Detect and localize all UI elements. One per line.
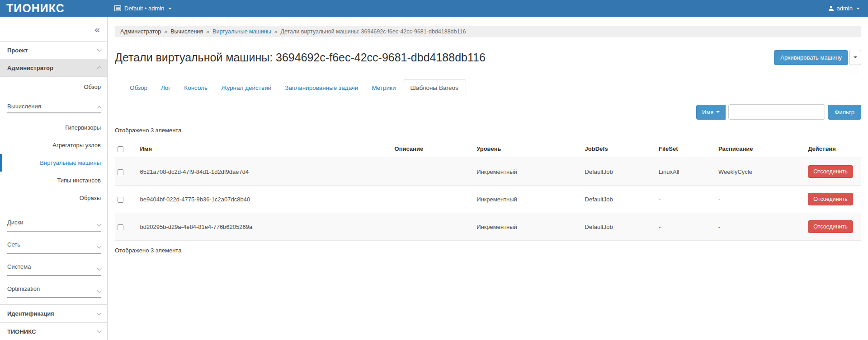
column-header-description: Описание (392, 140, 474, 158)
sidebar-item-flavors[interactable]: Типы инстансов (0, 172, 107, 189)
cell-fileset: - (656, 213, 716, 241)
sidebar-section-compute[interactable]: Вычисления (7, 97, 101, 113)
sidebar-item-host-aggregates[interactable]: Агрегаторы узлов (0, 136, 107, 154)
tab-scheduled-tasks[interactable]: Запланированные задачи (278, 80, 365, 96)
tionix-logo: ТИОНИКС (6, 2, 65, 14)
detach-button[interactable]: Отсоединить (808, 193, 853, 205)
actions-dropdown-toggle[interactable] (849, 50, 861, 65)
sidebar-panel-identity[interactable]: Идентификация (0, 304, 107, 322)
column-header-name: Имя (137, 140, 392, 158)
user-icon (828, 5, 834, 11)
items-shown-top: Отображено 3 элемента (115, 127, 861, 134)
chevron-up-icon (97, 106, 102, 111)
page-title: Детали виртуальной машины: 3694692c-f6ec… (115, 50, 486, 65)
chevron-down-icon (168, 8, 172, 9)
chevron-down-icon (716, 111, 720, 113)
sidebar-panel-project[interactable]: Проект (0, 42, 107, 59)
cell-description (392, 213, 474, 241)
chevron-down-icon (97, 311, 102, 315)
archive-instance-button[interactable]: Архивировать машину (774, 50, 848, 65)
filter-submit-button[interactable]: Фильтр (828, 105, 861, 120)
detach-button[interactable]: Отсоединить (808, 220, 853, 233)
select-all-checkbox[interactable] (118, 146, 123, 152)
sidebar-section-system[interactable]: Система (7, 254, 101, 276)
column-header-jobdefs: JobDefs (582, 140, 656, 158)
table-row: 6521a708-dc2d-47f9-84d1-1d2df9dae7d4 Инк… (115, 158, 861, 186)
chevron-down-icon (97, 289, 102, 293)
row-checkbox[interactable] (118, 169, 123, 175)
breadcrumb: Администратор » Вычисления » Виртуальные… (115, 26, 861, 37)
chevron-down-icon (97, 329, 102, 333)
sidebar-section-network[interactable]: Сеть (7, 232, 101, 254)
sidebar-panel-tionix[interactable]: ТИОНИКС (0, 322, 107, 340)
project-context-switcher[interactable]: Default • admin (108, 5, 172, 12)
cell-jobdefs: DefaultJob (582, 186, 656, 213)
breadcrumb-current: Детали виртуальной машины: 3694692c-f6ec… (281, 28, 466, 35)
main-content: Администратор » Вычисления » Виртуальные… (108, 17, 868, 340)
cell-level: Инкрементный (474, 186, 582, 213)
sidebar: « Проект Администратор Обзор Вычисления … (0, 17, 108, 340)
cell-schedule: - (716, 186, 805, 213)
detach-button[interactable]: Отсоединить (808, 165, 853, 178)
sidebar-item-hypervisors[interactable]: Гипервизоры (0, 119, 107, 136)
detail-tabs: Обзор Лог Консоль Журнал действий Заплан… (115, 79, 861, 96)
column-header-level: Уровень (474, 140, 582, 158)
cell-name: be9404bf-022d-4775-9b36-1c2a07dc8b40 (137, 186, 392, 213)
chevron-down-icon (97, 266, 102, 271)
cell-jobdefs: DefaultJob (582, 213, 656, 241)
cell-schedule: - (716, 213, 805, 241)
sidebar-panel-admin[interactable]: Администратор (0, 59, 107, 77)
chevron-down-icon (856, 8, 860, 9)
cell-level: Инкрементный (474, 213, 582, 241)
cell-fileset: - (656, 186, 716, 213)
chevron-down-icon (97, 47, 102, 52)
filter-input[interactable] (728, 104, 825, 120)
tab-console[interactable]: Консоль (177, 80, 214, 96)
cell-name: 6521a708-dc2d-47f9-84d1-1d2df9dae7d4 (137, 158, 392, 186)
items-shown-bottom: Отображено 3 элемента (115, 241, 861, 260)
column-header-actions: Действия (805, 140, 861, 158)
table-header-row: Имя Описание Уровень JobDefs FileSet Рас… (115, 140, 861, 158)
bareos-templates-table: Имя Описание Уровень JobDefs FileSet Рас… (115, 140, 861, 241)
row-checkbox[interactable] (118, 197, 123, 203)
cell-name: bd20295b-d29a-4e84-81e4-776b6205269a (137, 213, 392, 241)
sidebar-item-images[interactable]: Образы (0, 189, 107, 207)
sidebar-collapse-button[interactable]: « (94, 24, 100, 34)
sidebar-section-optimization[interactable]: Optimization (7, 276, 101, 298)
sidebar-item-instances[interactable]: Виртуальные машины (0, 154, 107, 172)
column-header-schedule: Расписание (716, 140, 805, 158)
breadcrumb-compute[interactable]: Вычисления (170, 28, 203, 35)
cell-level: Инкрементный (474, 158, 582, 186)
chevron-down-icon (97, 222, 102, 227)
sidebar-item-overview[interactable]: Обзор (0, 77, 107, 97)
user-label: admin (837, 5, 853, 12)
row-checkbox[interactable] (118, 224, 123, 230)
top-navbar: ТИОНИКС Default • admin admin (0, 0, 868, 17)
tab-overview[interactable]: Обзор (123, 80, 154, 96)
table-row: bd20295b-d29a-4e84-81e4-776b6205269a Инк… (115, 213, 861, 241)
tab-bareos-templates[interactable]: Шаблоны Bareos (403, 79, 466, 96)
tab-action-log[interactable]: Журнал действий (214, 80, 278, 96)
tab-metrics[interactable]: Метрики (365, 80, 402, 96)
chevron-down-icon (97, 244, 102, 249)
cell-jobdefs: DefaultJob (582, 158, 656, 186)
column-header-fileset: FileSet (656, 140, 716, 158)
chevron-up-icon (97, 66, 102, 71)
filter-field-dropdown[interactable]: Имя (696, 105, 726, 120)
breadcrumb-admin[interactable]: Администратор (120, 28, 161, 35)
context-label: Default • admin (124, 5, 164, 12)
cell-description (392, 158, 474, 186)
breadcrumb-instances-link[interactable]: Виртуальные машины (212, 28, 271, 35)
chevron-down-icon (854, 56, 857, 58)
cell-fileset: LinuxAll (656, 158, 716, 186)
sidebar-section-volumes[interactable]: Диски (7, 210, 101, 232)
projects-list-icon (114, 5, 121, 11)
cell-description (392, 186, 474, 213)
user-menu[interactable]: admin (828, 5, 868, 12)
table-row: be9404bf-022d-4775-9b36-1c2a07dc8b40 Инк… (115, 186, 861, 213)
cell-schedule: WeeklyCycle (716, 158, 805, 186)
tab-log[interactable]: Лог (154, 80, 177, 96)
